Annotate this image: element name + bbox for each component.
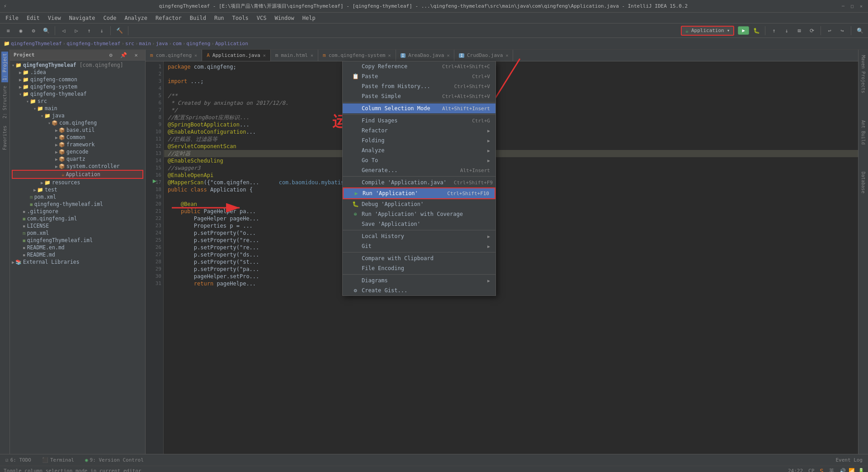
menu-build[interactable]: Build [186,14,210,22]
tree-item-idea[interactable]: ▶ 📁 .idea [10,69,145,76]
menu-window[interactable]: Window [271,14,297,22]
tab-sys-close[interactable]: ✕ [388,53,391,58]
maven-projects-tab[interactable]: Maven Projects [860,51,867,97]
ctx-create-gist[interactable]: ⚙Create Gist... [343,285,495,295]
ctx-find-usages[interactable]: Find Usages Ctrl+G [343,116,495,126]
tree-item-common[interactable]: ▶ 📁 qingfeng-common [10,76,145,83]
debug-button[interactable]: 🐛 [751,25,762,36]
breadcrumb-item-5[interactable]: java [156,41,168,47]
tab-crud-close[interactable]: ✕ [505,53,508,58]
tab-com-close[interactable]: ✕ [194,53,197,58]
window-controls[interactable]: ─ □ ✕ [840,3,864,9]
tab-area-close[interactable]: ✕ [447,53,449,58]
ctx-run-application[interactable]: ▶ Run 'Application' Ctrl+Shift+F10 [343,187,495,199]
gutter-run-icon[interactable]: ▶ [146,177,164,184]
panel-close-icon[interactable]: ✕ [131,50,142,61]
breadcrumb-item-4[interactable]: main [139,41,151,47]
tab-app-close[interactable]: ✕ [263,53,266,58]
tree-item-src[interactable]: ▾ 📁 src [10,98,145,105]
tree-item-gitignore[interactable]: ▶ ▪ .gitignore [10,208,145,215]
ctx-diagrams[interactable]: Diagrams ▶ [343,276,495,285]
toolbar-vcs-2[interactable]: ↓ [781,25,792,36]
toolbar-undo[interactable]: ↩ [824,25,835,36]
tab-com-system[interactable]: m com.qingfeng-system ✕ [318,50,396,61]
toolbar-btn-2[interactable]: ◉ [15,25,26,36]
toolbar-btn-6[interactable]: ▷ [71,25,82,36]
toolbar-search[interactable]: 🔍 [854,25,865,36]
tree-item-pom2[interactable]: ▶ m pom.xml [10,229,145,237]
side-tab-project[interactable]: 1: Project [1,51,8,82]
ctx-goto[interactable]: Go To ▶ [343,155,495,165]
ctx-debug-application[interactable]: 🐛Debug 'Application' [343,199,495,209]
toolbar-vcs-3[interactable]: ⊞ [794,25,805,36]
tree-item-common2[interactable]: ▶ 📦 Common [10,134,145,141]
toolbar-btn-9[interactable]: 🔨 [114,25,125,36]
menu-code[interactable]: Code [100,14,120,22]
tree-item-application[interactable]: ▶ ☕ Application [12,170,143,179]
ctx-generate[interactable]: Generate... Alt+Insert [343,165,495,175]
tree-item-com-iml[interactable]: ▶ ◼ com.qingfeng.iml [10,215,145,222]
tab-crud-dao[interactable]: I CrudDao.java ✕ [454,50,513,61]
minimize-button[interactable]: ─ [840,3,846,9]
ctx-analyze[interactable]: Analyze ▶ [343,145,495,155]
tree-item-syscontroller[interactable]: ▶ 📦 system.controller [10,163,145,170]
close-button[interactable]: ✕ [858,3,864,9]
menu-navigate[interactable]: Navigate [66,14,99,22]
toolbar-btn-5[interactable]: ◁ [58,25,69,36]
breadcrumb-item-8[interactable]: Application [215,41,248,47]
tree-item-license[interactable]: ▶ ▪ LICENSE [10,222,145,229]
ctx-folding[interactable]: Folding ▶ [343,136,495,145]
code-content[interactable]: 12345 678910 1112131415 1617181920 21222… [146,61,858,454]
tree-item-qf-iml[interactable]: ▶ ◼ qingfengThymeleaf.iml [10,237,145,244]
toolbar-btn-3[interactable]: ⚙ [28,25,39,36]
breadcrumb-item-7[interactable]: qingfeng [186,41,210,47]
maximize-button[interactable]: □ [849,3,855,9]
tab-com-qingfeng[interactable]: m com.qingfeng ✕ [146,50,202,61]
ctx-compile[interactable]: Compile 'Application.java' Ctrl+Shift+F9 [343,178,495,187]
tree-item-test[interactable]: ▶ 📁 test [10,186,145,193]
menu-analyze[interactable]: Analyze [121,14,151,22]
app-selector[interactable]: ☕ Application ▾ [681,26,735,36]
side-tab-structure[interactable]: 2: Structure [1,82,8,122]
menu-vcs[interactable]: VCS [253,14,270,22]
ctx-copy-reference[interactable]: Copy Reference Ctrl+Alt+Shift+C [343,61,495,71]
toolbar-btn-8[interactable]: ↓ [96,25,107,36]
ctx-paste-history[interactable]: Paste from History... Ctrl+Shift+V [343,81,495,91]
breadcrumb-item-6[interactable]: com [173,41,182,47]
tab-area-dao[interactable]: I AreaDao.java ✕ [396,50,455,61]
toolbar-btn-7[interactable]: ↑ [84,25,94,36]
tab-main-close[interactable]: ✕ [311,53,313,58]
ctx-paste-simple[interactable]: Paste Simple Ctrl+Alt+Shift+V [343,91,495,101]
database-tab[interactable]: Database [860,168,867,197]
toolbar-redo[interactable]: ↪ [837,25,848,36]
tree-item-gencode[interactable]: ▶ 📦 gencode [10,148,145,155]
ctx-compare-clipboard[interactable]: Compare with Clipboard [343,253,495,263]
menu-tools[interactable]: Tools [229,14,252,22]
ctx-refactor[interactable]: Refactor ▶ [343,126,495,136]
ctx-paste[interactable]: 📋Paste Ctrl+V [343,71,495,81]
menu-run[interactable]: Run [211,14,228,22]
ctx-save-application[interactable]: Save 'Application' [343,219,495,229]
tab-application[interactable]: A Application.java ✕ [202,50,271,61]
breadcrumb-item-3[interactable]: src [125,41,134,47]
tree-item-readme[interactable]: ▶ ▪ README.md [10,251,145,258]
menu-refactor[interactable]: Refactor [152,14,185,22]
tree-item-quartz[interactable]: ▶ 📦 quartz [10,155,145,163]
tab-main-html[interactable]: m main.html ✕ [271,50,318,61]
tree-item-system[interactable]: ▶ 📁 qingfeng-system [10,83,145,90]
run-button[interactable]: ▶ [738,26,749,35]
ant-build-tab[interactable]: Ant Build [860,117,867,148]
ctx-file-encoding[interactable]: File Encoding [343,263,495,273]
toolbar-vcs-4[interactable]: ⟳ [807,25,817,36]
ctx-column-selection[interactable]: Column Selection Mode Alt+Shift+Insert [343,103,495,113]
menu-edit[interactable]: Edit [23,14,43,22]
tree-item-root[interactable]: ▾ 📁 qingfengThymeleaf [com.qingfeng] [10,61,145,69]
tree-item-thymeleaf[interactable]: ▾ 📁 qingfeng-thymeleaf [10,90,145,98]
toolbar-vcs-1[interactable]: ↑ [769,25,779,36]
tree-item-external[interactable]: ▶ 📚 External Libraries [10,258,145,266]
breadcrumb-item-2[interactable]: qingfeng-thymeleaf [66,41,120,47]
code-editor[interactable]: package com.qingfeng; import ...; /** * … [164,61,858,454]
toolbar-btn-4[interactable]: 🔍 [41,25,52,36]
menu-file[interactable]: File [2,14,22,22]
tree-item-readme-en[interactable]: ▶ ▪ README.en.md [10,244,145,251]
